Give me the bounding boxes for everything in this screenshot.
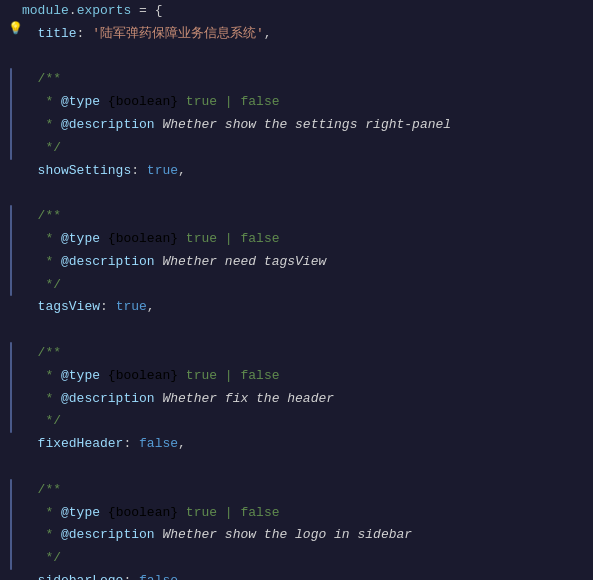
comment-star-17: * xyxy=(22,368,61,383)
block-showsettings: /** * @type {boolean} true | false * @de… xyxy=(0,68,593,159)
line-content-7: */ xyxy=(22,137,593,160)
code-editor: module.exports = { 💡 title: '陆军弹药保障业务信息系… xyxy=(0,0,593,580)
desc-fixedheader: Whether fix the header xyxy=(155,391,334,406)
comment-star-18: * xyxy=(22,391,61,406)
line-content-18: * @description Whether fix the header xyxy=(22,388,593,411)
code-line-21 xyxy=(0,456,593,479)
val-tagsview: true xyxy=(116,299,147,314)
op-comma-sl: , xyxy=(178,573,186,580)
comment-space-23 xyxy=(100,505,108,520)
line-content-11: * @type {boolean} true | false xyxy=(22,228,593,251)
block-sidebarlogo: /** * @type {boolean} true | false * @de… xyxy=(0,479,593,570)
prop-sidebarlogo: sidebarLogo xyxy=(22,573,123,580)
comment-star-23: * xyxy=(22,505,61,520)
code-line-16: /** xyxy=(0,342,593,365)
line-content-22: /** xyxy=(22,479,593,502)
code-line-18: * @description Whether fix the header xyxy=(0,388,593,411)
comment-truefalse-1: true | false xyxy=(178,94,279,109)
code-line-17: * @type {boolean} true | false xyxy=(0,365,593,388)
line-content-14: tagsView: true, xyxy=(22,296,593,319)
block-fixedheader: /** * @type {boolean} true | false * @de… xyxy=(0,342,593,433)
op-colon-ss: : xyxy=(131,163,147,178)
desc-tagsview: Whether need tagsView xyxy=(155,254,327,269)
tag-type-3: @type xyxy=(61,368,100,383)
code-line-5: * @type {boolean} true | false xyxy=(0,91,593,114)
line-content-16: /** xyxy=(22,342,593,365)
comment-open-3: /** xyxy=(22,345,61,360)
comment-open-4: /** xyxy=(22,482,61,497)
tag-desc-3: @description xyxy=(61,391,155,406)
line-content-20: fixedHeader: false, xyxy=(22,433,593,456)
comment-star-11: * xyxy=(22,231,61,246)
comment-close-1: */ xyxy=(22,140,61,155)
val-fixedheader: false xyxy=(139,436,178,451)
desc-sidebarlogo: Whether show the logo in sidebar xyxy=(155,527,412,542)
gutter-2: 💡 xyxy=(8,23,22,35)
op-comma-ss: , xyxy=(178,163,186,178)
op-colon-title: : xyxy=(77,26,93,41)
op-eq: = { xyxy=(131,3,162,18)
code-line-7: */ xyxy=(0,137,593,160)
type-boolean-4: {boolean} xyxy=(108,505,178,520)
code-line-6: * @description Whether show the settings… xyxy=(0,114,593,137)
op-colon-tv: : xyxy=(100,299,116,314)
code-line-8: showSettings: true, xyxy=(0,160,593,183)
line-content-9 xyxy=(22,182,593,205)
tag-desc-1: @description xyxy=(61,117,155,132)
code-line-20: fixedHeader: false, xyxy=(0,433,593,456)
comment-close-4: */ xyxy=(22,550,61,565)
comment-space-5 xyxy=(100,94,108,109)
op-comma-title: , xyxy=(264,26,272,41)
block-tagsview: /** * @type {boolean} true | false * @de… xyxy=(0,205,593,296)
line-content-13: */ xyxy=(22,274,593,297)
line-content-25: */ xyxy=(22,547,593,570)
line-content-2: title: '陆军弹药保障业务信息系统', xyxy=(22,23,593,46)
prop-fixedheader: fixedHeader xyxy=(22,436,123,451)
line-content-21 xyxy=(22,456,593,479)
type-boolean-1: {boolean} xyxy=(108,94,178,109)
line-content-1: module.exports = { xyxy=(22,0,593,23)
keyword-exports: exports xyxy=(77,3,132,18)
code-line-23: * @type {boolean} true | false xyxy=(0,502,593,525)
tag-type-4: @type xyxy=(61,505,100,520)
code-line-12: * @description Whether need tagsView xyxy=(0,251,593,274)
tag-desc-4: @description xyxy=(61,527,155,542)
tag-type-2: @type xyxy=(61,231,100,246)
code-line-3 xyxy=(0,46,593,69)
line-content-26: sidebarLogo: false, xyxy=(22,570,593,580)
code-line-9 xyxy=(0,182,593,205)
code-line-14: tagsView: true, xyxy=(0,296,593,319)
comment-truefalse-2: true | false xyxy=(178,231,279,246)
tag-desc-2: @description xyxy=(61,254,155,269)
val-sidebarlogo: false xyxy=(139,573,178,580)
op-colon-fh: : xyxy=(123,436,139,451)
keyword-module: module xyxy=(22,3,69,18)
code-line-26: sidebarLogo: false, xyxy=(0,570,593,580)
string-title: '陆军弹药保障业务信息系统' xyxy=(92,26,264,41)
line-content-23: * @type {boolean} true | false xyxy=(22,502,593,525)
code-line-10: /** xyxy=(0,205,593,228)
code-line-2: 💡 title: '陆军弹药保障业务信息系统', xyxy=(0,23,593,46)
comment-truefalse-4: true | false xyxy=(178,505,279,520)
line-content-3 xyxy=(22,46,593,69)
prop-showsettings: showSettings xyxy=(22,163,131,178)
comment-space-17 xyxy=(100,368,108,383)
code-line-25: */ xyxy=(0,547,593,570)
code-line-19: */ xyxy=(0,410,593,433)
comment-star-6: * xyxy=(22,117,61,132)
line-content-10: /** xyxy=(22,205,593,228)
desc-showsettings: Whether show the settings right-panel xyxy=(155,117,451,132)
comment-space-11 xyxy=(100,231,108,246)
type-boolean-2: {boolean} xyxy=(108,231,178,246)
bulb-icon: 💡 xyxy=(8,23,23,35)
op-comma-tv: , xyxy=(147,299,155,314)
line-content-15 xyxy=(22,319,593,342)
comment-star-12: * xyxy=(22,254,61,269)
line-content-8: showSettings: true, xyxy=(22,160,593,183)
op-comma-fh: , xyxy=(178,436,186,451)
comment-star-24: * xyxy=(22,527,61,542)
line-content-6: * @description Whether show the settings… xyxy=(22,114,593,137)
line-content-19: */ xyxy=(22,410,593,433)
comment-close-2: */ xyxy=(22,277,61,292)
line-content-17: * @type {boolean} true | false xyxy=(22,365,593,388)
